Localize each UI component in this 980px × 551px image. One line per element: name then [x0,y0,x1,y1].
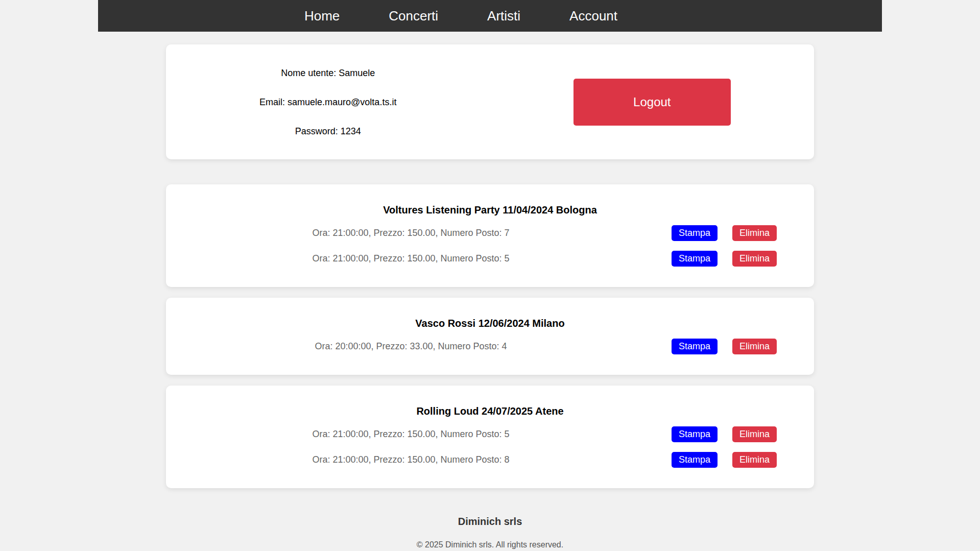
account-card: Nome utente: Samuele Email: samuele.maur… [166,44,814,159]
ticket-row: Ora: 21:00:00, Prezzo: 150.00, Numero Po… [203,452,777,468]
nav-item-account[interactable]: Account [569,8,617,24]
concert-card: Rolling Loud 24/07/2025 Atene Ora: 21:00… [166,386,814,488]
ticket-details: Ora: 21:00:00, Prezzo: 150.00, Numero Po… [203,228,618,238]
elimina-button[interactable]: Elimina [732,426,777,442]
nav-item-concerti[interactable]: Concerti [389,8,438,24]
page-container: Home Concerti Artisti Account Nome utent… [98,0,882,551]
stampa-button[interactable]: Stampa [672,225,718,241]
ticket-details: Ora: 21:00:00, Prezzo: 150.00, Numero Po… [203,429,618,440]
main-nav: Home Concerti Artisti Account [98,0,882,32]
account-email: Email: samuele.mauro@volta.ts.it [166,97,490,108]
account-username: Nome utente: Samuele [166,67,490,79]
concert-title: Rolling Loud 24/07/2025 Atene [203,405,777,417]
concert-card: Voltures Listening Party 11/04/2024 Bolo… [166,184,814,287]
nav-item-home[interactable]: Home [304,8,340,24]
elimina-button[interactable]: Elimina [732,225,777,241]
nav-item-artisti[interactable]: Artisti [487,8,520,24]
elimina-button[interactable]: Elimina [732,339,777,354]
footer-company: Diminich srls [98,515,882,528]
ticket-details: Ora: 21:00:00, Prezzo: 150.00, Numero Po… [203,253,618,264]
ticket-actions: Stampa Elimina [618,452,777,468]
stampa-button[interactable]: Stampa [672,426,718,442]
account-info: Nome utente: Samuele Email: samuele.maur… [166,67,490,137]
ticket-actions: Stampa Elimina [618,251,777,267]
ticket-actions: Stampa Elimina [618,225,777,241]
ticket-details: Ora: 20:00:00, Prezzo: 33.00, Numero Pos… [203,341,618,352]
ticket-row: Ora: 21:00:00, Prezzo: 150.00, Numero Po… [203,251,777,267]
stampa-button[interactable]: Stampa [672,339,718,354]
ticket-actions: Stampa Elimina [618,339,777,354]
stampa-button[interactable]: Stampa [672,251,718,267]
site-footer: Diminich srls © 2025 Diminich srls. All … [98,515,882,551]
ticket-row: Ora: 21:00:00, Prezzo: 150.00, Numero Po… [203,426,777,442]
elimina-button[interactable]: Elimina [732,251,777,267]
stampa-button[interactable]: Stampa [672,452,718,468]
concert-title: Voltures Listening Party 11/04/2024 Bolo… [203,204,777,216]
ticket-details: Ora: 21:00:00, Prezzo: 150.00, Numero Po… [203,454,618,465]
account-password: Password: 1234 [166,126,490,137]
elimina-button[interactable]: Elimina [732,452,777,468]
concert-card: Vasco Rossi 12/06/2024 Milano Ora: 20:00… [166,298,814,375]
ticket-row: Ora: 20:00:00, Prezzo: 33.00, Numero Pos… [203,339,777,354]
ticket-actions: Stampa Elimina [618,426,777,442]
footer-copyright: © 2025 Diminich srls. All rights reserve… [98,540,882,549]
concert-title: Vasco Rossi 12/06/2024 Milano [203,317,777,329]
logout-button[interactable]: Logout [573,79,731,126]
logout-wrap: Logout [490,79,815,126]
ticket-row: Ora: 21:00:00, Prezzo: 150.00, Numero Po… [203,225,777,241]
